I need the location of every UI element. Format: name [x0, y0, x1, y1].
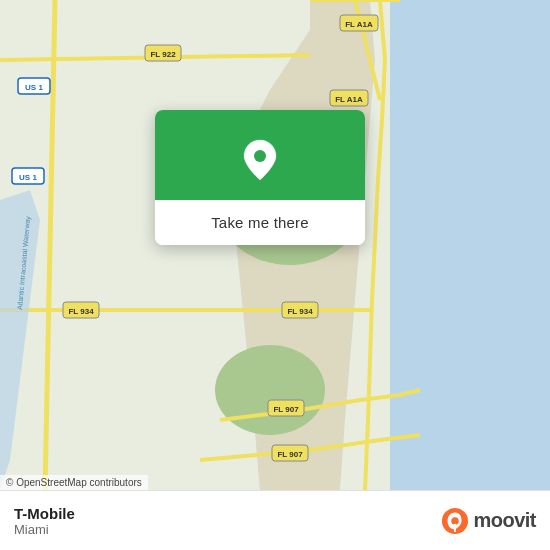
svg-point-34 [452, 517, 459, 524]
map-attribution: © OpenStreetMap contributors [0, 475, 148, 490]
svg-text:FL 934: FL 934 [68, 307, 94, 316]
svg-text:FL 907: FL 907 [277, 450, 303, 459]
svg-point-6 [215, 345, 325, 435]
map-background: US 1 US 1 FL 922 FL A1A FL A1A FL 934 FL… [0, 0, 550, 490]
svg-text:US 1: US 1 [19, 173, 37, 182]
svg-text:FL A1A: FL A1A [345, 20, 373, 29]
moovit-icon [441, 507, 469, 535]
take-me-there-button[interactable]: Take me there [155, 200, 365, 245]
svg-text:US 1: US 1 [25, 83, 43, 92]
place-name: T-Mobile [14, 505, 75, 522]
svg-rect-4 [390, 0, 550, 490]
location-pin-icon [238, 138, 282, 182]
location-info: T-Mobile Miami [14, 505, 75, 537]
svg-point-32 [254, 150, 266, 162]
svg-text:FL 922: FL 922 [150, 50, 176, 59]
popup-card: Take me there [155, 110, 365, 245]
popup-green-section [155, 110, 365, 200]
svg-text:FL 934: FL 934 [287, 307, 313, 316]
svg-text:FL A1A: FL A1A [335, 95, 363, 104]
place-city: Miami [14, 522, 75, 537]
moovit-logo[interactable]: moovit [441, 507, 536, 535]
bottom-bar: T-Mobile Miami moovit [0, 490, 550, 550]
moovit-text: moovit [473, 509, 536, 532]
svg-text:FL 907: FL 907 [273, 405, 299, 414]
map-container: US 1 US 1 FL 922 FL A1A FL A1A FL 934 FL… [0, 0, 550, 490]
